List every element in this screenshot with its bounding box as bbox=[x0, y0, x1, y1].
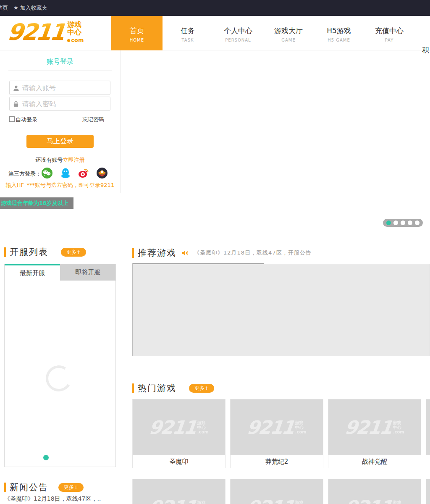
game-name: 莽荒纪2 bbox=[231, 455, 323, 468]
topbar-favorite-link[interactable]: ★ 加入收藏夹 bbox=[13, 0, 47, 16]
speaker-icon bbox=[182, 250, 189, 256]
watermark-cn: 游戏中心.com bbox=[295, 500, 307, 504]
game-thumb-placeholder: 9211 游戏中心.com bbox=[231, 399, 323, 455]
game-card-row2-3[interactable]: 9211 游戏中心.com bbox=[328, 479, 421, 504]
register-link[interactable]: 立即注册 bbox=[63, 157, 85, 163]
game-thumb-placeholder: 9211 游戏中心.com bbox=[133, 399, 225, 455]
section-accent-bar bbox=[4, 247, 6, 257]
carousel-dot-4[interactable] bbox=[408, 220, 412, 225]
game-name: 战神觉醒 bbox=[328, 455, 421, 468]
haofang-icon[interactable] bbox=[96, 167, 108, 179]
loading-spinner bbox=[43, 363, 74, 394]
topbar-home-link[interactable]: 首页 bbox=[0, 0, 8, 16]
login-options-row: 自动登录 忘记密码 bbox=[9, 116, 110, 123]
game-card-manghuangji2[interactable]: 9211 游戏中心.com 莽荒纪2 bbox=[230, 399, 323, 468]
recommended-header: 推荐游戏 《圣魔印》12月18日，双线47区，开服公告 bbox=[132, 247, 312, 259]
nav-item-pay-sub: PAY bbox=[385, 38, 394, 42]
tab-upcoming-servers[interactable]: 即将开服 bbox=[60, 264, 115, 281]
carousel-dot-1[interactable] bbox=[386, 220, 391, 225]
site-logo[interactable]: 9211 游戏 中心 com bbox=[8, 19, 84, 45]
game-name bbox=[426, 455, 430, 468]
server-list-more-button[interactable]: 更多+ bbox=[61, 248, 86, 257]
nav-item-pay-label: 充值中心 bbox=[375, 26, 404, 36]
game-card-shengmoyin[interactable]: 9211 游戏中心.com 圣魔印 bbox=[132, 399, 225, 468]
recommended-title: 推荐游戏 bbox=[138, 247, 176, 259]
watermark-logo: 9211 游戏中心.com bbox=[345, 498, 404, 504]
account-field-wrap bbox=[9, 81, 110, 95]
login-divider bbox=[8, 71, 112, 71]
wechat-icon[interactable] bbox=[41, 167, 53, 179]
carousel-dot-5[interactable] bbox=[415, 220, 420, 225]
watermark-logo: 9211 游戏中心.com bbox=[149, 418, 209, 437]
password-field-wrap bbox=[9, 97, 110, 111]
game-card-zhanshenjuexing[interactable]: 9211 游戏中心.com 战神觉醒 bbox=[328, 399, 421, 468]
third-party-label: 第三方登录： bbox=[8, 170, 41, 178]
recommended-banner-border bbox=[132, 263, 264, 264]
login-panel: 账号登录 自动登录 忘记密码 马上登录 还没有账号立即注册 第三方登录： bbox=[0, 50, 121, 193]
tab-latest-servers[interactable]: 最新开服 bbox=[5, 264, 60, 281]
game-thumb-placeholder bbox=[426, 399, 430, 455]
nav-item-pay[interactable]: 充值中心 PAY bbox=[364, 16, 414, 50]
nav-item-h5-game[interactable]: H5游戏 H5 GAME bbox=[314, 16, 364, 50]
news-title: 新闻公告 bbox=[10, 481, 48, 493]
hot-games-title: 热门游戏 bbox=[138, 382, 176, 394]
watermark-number: 9211 bbox=[344, 418, 392, 437]
login-button[interactable]: 马上登录 bbox=[26, 135, 94, 148]
no-account-text: 还没有账号 bbox=[36, 157, 63, 163]
nav-item-home[interactable]: 首页 HOME bbox=[111, 16, 163, 50]
section-accent-bar bbox=[132, 383, 134, 393]
watermark-logo: 9211 游戏中心.com bbox=[345, 418, 404, 437]
forgot-password-link[interactable]: 忘记密码 bbox=[82, 116, 104, 123]
qq-icon[interactable] bbox=[60, 167, 71, 179]
watermark-cn: 游戏中心.com bbox=[197, 500, 209, 504]
watermark-cn: 游戏中心.com bbox=[295, 420, 307, 434]
game-card-partial[interactable] bbox=[426, 399, 430, 468]
watermark-number: 9211 bbox=[344, 498, 392, 504]
nav-item-task[interactable]: 任务 TASK bbox=[163, 16, 213, 50]
game-card-row2-1[interactable]: 9211 游戏中心.com bbox=[132, 479, 225, 504]
hot-games-header: 热门游戏 更多+ bbox=[132, 382, 214, 394]
watermark-logo: 9211 游戏中心.com bbox=[247, 498, 307, 504]
account-input[interactable] bbox=[22, 84, 110, 92]
nav-item-h5-game-sub: H5 GAME bbox=[328, 38, 350, 42]
game-thumb-placeholder: 9211 游戏中心.com bbox=[133, 479, 225, 504]
recommended-announcement[interactable]: 《圣魔印》12月18日，双线47区，开服公告 bbox=[194, 249, 312, 257]
recommended-banner-placeholder[interactable] bbox=[132, 264, 430, 356]
watermark-number: 9211 bbox=[246, 418, 294, 437]
server-list-header: 开服列表 更多+ bbox=[4, 246, 86, 258]
lock-icon bbox=[10, 101, 22, 107]
carousel-dots bbox=[383, 219, 423, 227]
carousel-dot-2[interactable] bbox=[393, 220, 398, 225]
game-card-row2-2[interactable]: 9211 游戏中心.com bbox=[230, 479, 323, 504]
topbar: 首页 ★ 加入收藏夹 bbox=[0, 0, 430, 16]
server-list-tabs: 最新开服 即将开服 bbox=[5, 264, 115, 281]
game-thumb-placeholder: 9211 游戏中心.com bbox=[328, 399, 421, 455]
password-input[interactable] bbox=[22, 100, 110, 108]
news-more-button[interactable]: 更多+ bbox=[58, 483, 84, 492]
news-list-item[interactable]: 《圣魔印》12月18日，双线47区，.. bbox=[4, 495, 101, 503]
nav-item-game-hall-sub: GAME bbox=[281, 38, 296, 42]
weibo-icon[interactable] bbox=[78, 167, 89, 179]
hot-games-more-button[interactable]: 更多+ bbox=[189, 384, 214, 393]
nav-item-points-partial[interactable]: 积 bbox=[422, 45, 429, 55]
carousel-dot-3[interactable] bbox=[401, 220, 405, 225]
auto-login-label: 自动登录 bbox=[16, 116, 37, 123]
server-panel-dot[interactable] bbox=[43, 455, 49, 460]
game-card-row2-partial[interactable] bbox=[426, 479, 430, 504]
server-list-title: 开服列表 bbox=[10, 246, 48, 258]
recommended-banner-border-left bbox=[132, 263, 133, 356]
login-tip: 输入HF_***账号与浩方密码，即可登录9211 bbox=[0, 181, 120, 189]
logo-dotcom: com bbox=[67, 37, 84, 43]
watermark-number: 9211 bbox=[148, 418, 197, 437]
nav-item-home-label: 首页 bbox=[130, 26, 144, 36]
nav-item-game-hall[interactable]: 游戏大厅 GAME bbox=[263, 16, 314, 50]
auto-login-checkbox[interactable] bbox=[9, 116, 15, 122]
game-thumb-placeholder: 9211 游戏中心.com bbox=[328, 479, 421, 504]
nav-item-personal[interactable]: 个人中心 PERSONAL bbox=[213, 16, 263, 50]
main-nav: 首页 HOME 任务 TASK 个人中心 PERSONAL 游戏大厅 GAME … bbox=[111, 16, 414, 50]
watermark-logo: 9211 游戏中心.com bbox=[247, 418, 307, 437]
watermark-cn: 游戏中心.com bbox=[393, 500, 404, 504]
game-thumb-placeholder: 9211 游戏中心.com bbox=[231, 479, 323, 504]
logo-number: 9211 bbox=[6, 19, 66, 45]
nav-item-game-hall-label: 游戏大厅 bbox=[274, 26, 303, 36]
